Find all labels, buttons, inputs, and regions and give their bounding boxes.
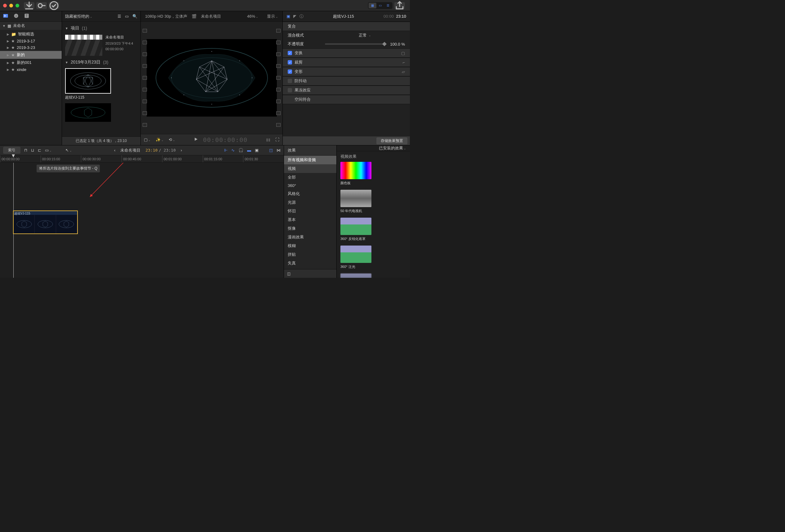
select-tool-icon[interactable]: ↖⌄ xyxy=(66,148,72,153)
audio-skim-icon[interactable]: 🎧 xyxy=(238,148,244,153)
section-transform[interactable]: ✓变换▢ xyxy=(283,48,410,58)
blend-mode-dropdown[interactable]: 正常⌄ xyxy=(359,32,371,38)
effects-browser-icon[interactable]: ◫ xyxy=(269,148,273,153)
section-stabilize[interactable]: ✓防抖动 xyxy=(283,76,410,85)
tree-item[interactable]: ▶★xinde xyxy=(0,66,62,73)
filmstrip-icon[interactable]: ▭ xyxy=(125,14,129,19)
checkbox-icon[interactable]: ✓ xyxy=(288,79,292,83)
checkbox-icon[interactable]: ✓ xyxy=(288,51,292,55)
effect-item[interactable]: 360° 泛光 xyxy=(340,246,372,269)
save-preset-button[interactable]: 存储效果预置 xyxy=(376,137,407,145)
timeline-clip[interactable]: 超炫VJ-115 xyxy=(13,210,78,234)
search-icon[interactable]: 🔍 xyxy=(132,14,137,19)
fx-category[interactable]: 基本 xyxy=(284,216,336,224)
solo-icon[interactable]: ▬ xyxy=(247,148,251,153)
tree-item[interactable]: ▶📁智能精选 xyxy=(0,30,62,38)
connect-clip-icon[interactable]: ⊓ xyxy=(24,148,27,153)
tree-item[interactable]: ▶★2019-3-23 xyxy=(0,44,62,51)
layout-timeline-icon[interactable]: ▭ xyxy=(376,3,384,8)
layout-browser-icon[interactable]: ▦ xyxy=(369,3,376,8)
effect-item[interactable]: 360° 高斯模糊 xyxy=(340,274,372,278)
append-clip-icon[interactable]: ⊏ xyxy=(38,148,41,153)
index-button[interactable]: 索引 xyxy=(3,147,21,154)
prev-edit-icon[interactable]: ‹ xyxy=(114,148,115,153)
fx-category[interactable]: 漫画效果 xyxy=(284,233,336,242)
library-root[interactable]: ▼ ▦ 未命名 xyxy=(0,22,62,30)
timeline-ruler[interactable]: 00:00:00:00 00:00:15:00 00:00:30:00 00:0… xyxy=(0,155,284,163)
fullscreen-icon[interactable]: ⛶ xyxy=(275,137,279,142)
background-tasks-button[interactable] xyxy=(49,2,59,9)
view-dropdown[interactable]: 显示⌄ xyxy=(267,14,278,19)
crop-icon[interactable]: ⌐ xyxy=(402,60,405,65)
tree-item-selected[interactable]: ▶★新的 xyxy=(0,51,62,59)
project-item[interactable]: 未命名项目 2019/3/23 下午4:4 00:00:00:00 xyxy=(65,33,137,58)
effect-item[interactable]: 360° 反锐化遮罩 xyxy=(340,218,372,241)
zoom-dropdown[interactable]: 46%⌄ xyxy=(247,14,258,19)
effect-item[interactable]: 50 年代电视机 xyxy=(340,190,372,213)
audio-meters-icon[interactable]: ▮▮ xyxy=(266,137,270,142)
close-window[interactable] xyxy=(3,4,7,7)
fx-category[interactable]: 模糊 xyxy=(284,242,336,250)
viewer-canvas[interactable] xyxy=(141,22,282,134)
overwrite-clip-icon[interactable]: ▭⌄ xyxy=(45,148,52,153)
transitions-browser-icon[interactable]: ⋈ xyxy=(277,148,281,153)
opacity-slider[interactable] xyxy=(325,43,384,45)
photos-tab-icon[interactable]: ♫ xyxy=(13,13,19,20)
filter-dropdown[interactable]: 隐藏被拒绝的⌄ xyxy=(65,14,93,19)
titles-tab-icon[interactable]: T xyxy=(24,13,30,20)
color-inspector-icon[interactable]: ◤ xyxy=(293,14,296,19)
fx-category[interactable]: 抠像 xyxy=(284,224,336,233)
video-inspector-icon[interactable]: ▣ xyxy=(286,14,290,19)
opacity-value[interactable]: 100.0 % xyxy=(390,42,405,47)
fx-category[interactable]: 360° xyxy=(284,182,336,189)
fx-category[interactable]: 视频 xyxy=(284,164,336,173)
clapper-icon: 🎬 xyxy=(192,14,197,19)
group-header[interactable]: ▼2019年3月23日(3) xyxy=(65,58,137,67)
clip-thumbnail-selected[interactable] xyxy=(65,68,111,94)
next-edit-icon[interactable]: › xyxy=(181,148,182,153)
checkbox-icon[interactable]: ✓ xyxy=(288,88,292,93)
library-tab-icon[interactable] xyxy=(2,13,9,20)
checkbox-icon[interactable]: ✓ xyxy=(288,60,292,65)
play-button[interactable] xyxy=(194,137,198,142)
tree-item[interactable]: ▶★2019-3-17 xyxy=(0,38,62,44)
list-view-icon[interactable]: ☰ xyxy=(118,14,121,19)
group-header[interactable]: ▼项目(1) xyxy=(65,24,137,33)
titlebar: ▦ ▭ ☰ xyxy=(0,0,410,11)
section-distort[interactable]: ✓变形▱ xyxy=(283,67,410,76)
layout-inspector-icon[interactable]: ☰ xyxy=(384,3,392,8)
checkbox-icon[interactable]: ✓ xyxy=(288,70,292,74)
fx-category[interactable]: 全部 xyxy=(284,173,336,182)
rect-icon[interactable]: ▢ xyxy=(401,51,405,55)
section-crop[interactable]: ✓裁剪⌐ xyxy=(283,58,410,67)
tree-item[interactable]: ▶★新的001 xyxy=(0,59,62,66)
fx-category[interactable]: 所有视频和音频 xyxy=(284,156,336,164)
fx-category[interactable]: 失真 xyxy=(284,259,336,268)
fx-collapse-icon[interactable]: ◫ xyxy=(287,272,290,276)
layout-segment[interactable]: ▦ ▭ ☰ xyxy=(368,2,392,9)
transform-menu[interactable]: ▢⌄ xyxy=(144,137,151,142)
effect-item[interactable]: 颜色板 xyxy=(340,162,372,185)
section-rolling[interactable]: ✓果冻效应 xyxy=(283,85,410,95)
fx-category[interactable]: 拼贴 xyxy=(284,250,336,259)
keyword-button[interactable] xyxy=(36,2,47,9)
retime-menu[interactable]: ⟲⌄ xyxy=(169,137,175,142)
skew-icon[interactable]: ▱ xyxy=(402,70,405,74)
share-button[interactable] xyxy=(395,2,405,9)
installed-dropdown[interactable]: 已安装的效果⌄ xyxy=(379,145,406,151)
info-inspector-icon[interactable]: ⓘ xyxy=(300,14,304,19)
skim-icon[interactable]: ∿ xyxy=(231,148,235,153)
clip-thumbnail[interactable] xyxy=(65,103,111,122)
insert-clip-icon[interactable]: ⊔ xyxy=(31,148,34,153)
fullscreen-window[interactable] xyxy=(16,4,19,7)
section-spatial[interactable]: 空间符合 xyxy=(283,95,410,104)
fx-category[interactable]: 风格化 xyxy=(284,189,336,198)
timeline-body[interactable]: 将所选片段连接到主要故事情节 - Q 超炫VJ-115 xyxy=(0,163,284,278)
fx-category[interactable]: 光源 xyxy=(284,198,336,207)
minimize-window[interactable] xyxy=(9,4,13,7)
import-button[interactable] xyxy=(24,2,34,9)
fx-category[interactable]: 怀旧 xyxy=(284,207,336,216)
clip-appearance-icon[interactable]: ▣ xyxy=(255,148,258,153)
enhance-menu[interactable]: ✨⌄ xyxy=(156,137,164,142)
snap-icon[interactable]: ⊩ xyxy=(224,148,228,153)
